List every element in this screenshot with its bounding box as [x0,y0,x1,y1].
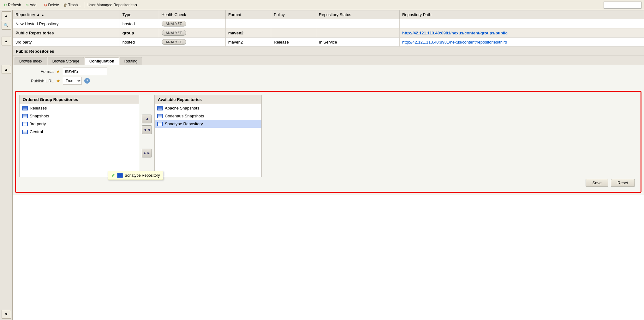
sidebar-down-button[interactable]: ▼ [2,310,11,319]
col-type: Type [120,10,159,19]
transfer-buttons: ◄ ◄◄ ►► [139,115,154,157]
tab-browse-index[interactable]: Browse Index [15,57,47,65]
repo-icon [157,106,163,110]
repo-name: New Hosted Repository [13,19,120,28]
repo-path [399,19,644,28]
transfer-area: Ordered Group Repositories Releases Snap… [19,95,637,177]
move-left-button[interactable]: ◄ [142,115,152,123]
required-star: ★ [56,69,60,74]
list-item[interactable]: Apache Snapshots [155,104,261,112]
repo-status [316,19,400,28]
col-health-check: Health Check [159,10,225,19]
repo-type: hosted [120,19,159,28]
dropdown-icon: ▾ [135,3,137,7]
sidebar-search-button[interactable]: 🔍 [2,21,11,30]
reset-button[interactable]: Reset [611,179,635,187]
publish-url-row: Publish URL ★ True False ? [16,77,641,85]
tabs-bar: Browse Index Browse Storage Configuratio… [13,56,644,65]
format-row: Format ★ [16,68,641,75]
help-button[interactable]: ? [84,78,90,84]
table-row[interactable]: Public Repositories group ANALYZE maven2… [13,28,644,38]
repo-icon [22,130,28,134]
toolbar: ↻ Refresh ⊕ Add... ⊘ Delete 🗑 Trash... U… [0,0,644,10]
col-repository: Repository ▲ [13,10,120,19]
repo-path-link[interactable]: http://42.121.113.40:8981/nexus/content/… [402,40,507,44]
col-repo-path: Repository Path [399,10,644,19]
move-first-button[interactable]: ◄◄ [142,125,152,134]
move-last-button[interactable]: ►► [142,149,152,157]
left-sidebar: ▲ 🔍 ▲ ▲ ▼ [0,10,13,320]
col-repo-status: Repository Status [316,10,400,19]
sidebar-up2-button[interactable]: ▲ [2,37,11,45]
item-label: Central [30,129,43,134]
ordered-panel-header: Ordered Group Repositories [20,95,139,104]
table-row[interactable]: New Hosted Repository hosted ANALYZE [13,19,644,28]
sidebar-up3-button[interactable]: ▲ [2,65,11,74]
detail-title: Public Repositories [13,47,644,56]
delete-icon: ⊘ [44,3,47,7]
repo-icon [22,122,28,126]
search-input[interactable] [604,2,641,9]
save-button[interactable]: Save [586,179,608,187]
app-layout: ▲ 🔍 ▲ ▲ ▼ Repository ▲ Type Health Check… [0,10,644,320]
repo-status [316,28,400,38]
col-format: Format [225,10,271,19]
format-label: Format [16,69,54,74]
repo-policy [271,28,316,38]
item-label: 3rd party [30,121,46,126]
sidebar-up-button[interactable]: ▲ [2,11,11,20]
repo-health: ANALYZE [159,28,225,38]
delete-button[interactable]: ⊘ Delete [43,2,60,8]
list-item[interactable]: Central [20,128,139,136]
add-icon: ⊕ [26,3,29,7]
repo-policy: Release [271,38,316,47]
repo-health: ANALYZE [159,19,225,28]
format-input[interactable] [63,68,107,75]
item-label: Snapshots [30,114,49,118]
list-item[interactable]: Codehaus Snapshots [155,112,261,120]
repo-icon [22,114,28,118]
tab-routing[interactable]: Routing [120,57,142,65]
col-policy: Policy [271,10,316,19]
drag-tooltip: ✔ Sonatype Repository [108,171,163,180]
detail-panel: Public Repositories Browse Index Browse … [13,47,644,195]
analyze-button[interactable]: ANALYZE [162,30,187,36]
repo-type: hosted [120,38,159,47]
separator [84,2,84,8]
trash-button[interactable]: 🗑 Trash... [62,2,82,8]
repo-path: http://42.121.113.40:8981/nexus/content/… [399,38,644,47]
repo-icon [157,114,163,118]
repo-format: maven2 [225,28,271,38]
analyze-button[interactable]: ANALYZE [162,21,187,27]
required-star: ★ [56,78,60,83]
list-item[interactable]: Snapshots [20,112,139,120]
repo-health: ANALYZE [159,38,225,47]
item-label: Sonatype Repository [165,121,203,126]
available-panel-header: Available Repositories [155,95,261,104]
item-label: Codehaus Snapshots [165,114,204,118]
list-item[interactable]: 3rd party [20,120,139,128]
tab-configuration[interactable]: Configuration [85,57,119,65]
publish-url-select[interactable]: True False [63,77,82,85]
add-button[interactable]: ⊕ Add... [24,2,41,8]
item-label: Releases [30,106,47,110]
red-border-section: Ordered Group Repositories Releases Snap… [15,91,641,193]
repo-policy [271,19,316,28]
repo-type: group [120,28,159,38]
repo-name: Public Repositories [13,28,120,38]
analyze-button[interactable]: ANALYZE [162,39,187,45]
table-row[interactable]: 3rd party hosted ANALYZE maven2 Release … [13,38,644,47]
repo-name: 3rd party [13,38,120,47]
list-item[interactable]: Releases [20,104,139,112]
main-content: Repository ▲ Type Health Check Format Po… [13,10,644,320]
tab-browse-storage[interactable]: Browse Storage [48,57,84,65]
check-icon: ✔ [111,172,115,178]
list-item[interactable]: Sonatype Repository [155,120,261,128]
user-managed-button[interactable]: User Managed Repositories ▾ [86,2,139,8]
repo-path-link[interactable]: http://42.121.113.40:8981/nexus/content/… [402,31,508,35]
ordered-panel: Ordered Group Repositories Releases Snap… [19,95,139,177]
item-label: Apache Snapshots [165,106,199,110]
repo-icon [117,173,123,178]
refresh-button[interactable]: ↻ Refresh [3,2,22,8]
form-area: Format ★ Publish URL ★ True False ? [13,65,644,89]
